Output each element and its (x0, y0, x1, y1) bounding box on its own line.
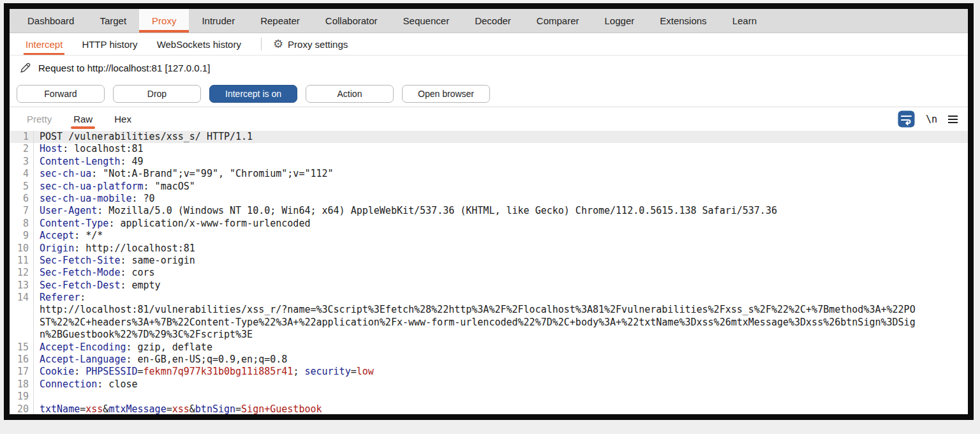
code-line-text: POST /vulnerabilities/xss_s/ HTTP/1.1 (34, 131, 253, 143)
code-line-text: Content-Type: application/x-www-form-url… (34, 218, 310, 230)
main-tab-extensions[interactable]: Extensions (647, 9, 719, 33)
burp-window: DashboardTargetProxyIntruderRepeaterColl… (4, 3, 974, 420)
code-line-9[interactable]: 9Accept: */* (10, 230, 968, 242)
code-line-text: sec-ch-ua-platform: "macOS" (34, 181, 195, 193)
main-tab-decoder[interactable]: Decoder (462, 9, 524, 33)
forward-button[interactable]: Forward (17, 85, 105, 103)
divider (261, 38, 262, 50)
sub-tab-websockets-history[interactable]: WebSockets history (147, 33, 251, 55)
raw-request-editor[interactable]: 1POST /vulnerabilities/xss_s/ HTTP/1.12H… (10, 131, 968, 415)
code-line-5[interactable]: 5sec-ch-ua-platform: "macOS" (10, 181, 968, 193)
code-line-text: sec-ch-ua-mobile: ?0 (34, 193, 155, 205)
code-line-10[interactable]: 10Origin: http://localhost:81 (10, 243, 968, 255)
main-tab-proxy[interactable]: Proxy (139, 9, 189, 33)
intercept-toolbar: ForwardDropIntercept is onActionOpen bro… (10, 80, 968, 107)
line-number: 14 (10, 292, 34, 304)
hamburger-menu-icon[interactable] (948, 116, 958, 123)
word-wrap-toggle-icon[interactable] (898, 110, 915, 128)
line-number: 18 (10, 378, 34, 391)
code-line-1[interactable]: 1POST /vulnerabilities/xss_s/ HTTP/1.1 (10, 131, 968, 143)
drop-button[interactable]: Drop (113, 85, 201, 103)
code-line-11[interactable]: 11Sec-Fetch-Site: same-origin (10, 255, 968, 267)
editor-icons: \n (898, 107, 958, 131)
main-tab-bar: DashboardTargetProxyIntruderRepeaterColl… (10, 9, 968, 33)
code-line-6[interactable]: 6sec-ch-ua-mobile: ?0 (10, 193, 968, 205)
line-number: 15 (10, 341, 34, 354)
code-line-text: Origin: http://localhost:81 (34, 243, 195, 255)
code-line-text: User-Agent: Mozilla/5.0 (Windows NT 10.0… (34, 205, 777, 217)
line-number: 6 (10, 193, 34, 205)
sub-tabs: InterceptHTTP historyWebSockets history (16, 33, 251, 55)
code-line-15[interactable]: 15Accept-Encoding: gzip, deflate (10, 341, 968, 354)
line-number: 2 (10, 143, 34, 155)
code-line-2[interactable]: 2Host: localhost:81 (10, 143, 968, 155)
line-number: 9 (10, 230, 34, 242)
code-line-16[interactable]: 16Accept-Language: en-GB,en-US;q=0.9,en;… (10, 354, 968, 366)
sub-tab-http-history[interactable]: HTTP history (72, 33, 147, 55)
request-banner-text: Request to http://localhost:81 [127.0.0.… (38, 63, 210, 73)
main-tab-dashboard[interactable]: Dashboard (15, 9, 87, 33)
line-number: 19 (10, 391, 34, 403)
code-line-4[interactable]: 4sec-ch-ua: "Not:A-Brand";v="99", "Chrom… (10, 168, 968, 180)
line-number: 10 (10, 243, 34, 255)
main-tab-intruder[interactable]: Intruder (189, 9, 248, 33)
code-line-text: Accept-Language: en-GB,en-US;q=0.9,en;q=… (34, 354, 287, 366)
code-line-7[interactable]: 7User-Agent: Mozilla/5.0 (Windows NT 10.… (10, 205, 968, 217)
code-line-text: Sec-Fetch-Dest: empty (34, 280, 161, 292)
code-line-text: Connection: close (34, 378, 138, 391)
editor-tab-raw[interactable]: Raw (63, 107, 103, 131)
line-number: 1 (10, 131, 34, 143)
proxy-sub-tab-bar: InterceptHTTP historyWebSockets history … (10, 33, 968, 56)
main-tab-collaborator[interactable]: Collaborator (313, 9, 390, 33)
code-line-17[interactable]: 17Cookie: PHPSESSID=fekmn7q977k31b0bg11i… (10, 366, 968, 378)
intercept-is-on-button[interactable]: Intercept is on (209, 85, 297, 103)
line-number: 12 (10, 267, 34, 279)
proxy-settings-button[interactable]: Proxy settings (288, 39, 348, 50)
code-line-3[interactable]: 3Content-Length: 49 (10, 156, 968, 168)
code-line-12[interactable]: 12Sec-Fetch-Mode: cors (10, 267, 968, 279)
action-button[interactable]: Action (306, 85, 394, 103)
pencil-icon (19, 62, 31, 74)
editor-tab-pretty[interactable]: Pretty (16, 107, 63, 131)
code-line-text: ST%22%2C+headers%3A+%7B%22Content-Type%2… (34, 317, 916, 329)
code-line-20[interactable]: 20txtName=xss&mtxMessage=xss&btnSign=Sig… (10, 403, 968, 415)
code-line-13[interactable]: 13Sec-Fetch-Dest: empty (10, 280, 968, 292)
editor-tabs: PrettyRawHex (16, 107, 142, 131)
line-number (10, 317, 34, 329)
main-tab-sequencer[interactable]: Sequencer (390, 9, 463, 33)
code-line-text (34, 391, 40, 403)
show-newlines-toggle[interactable]: \n (926, 114, 937, 125)
code-line-wrap[interactable]: n%2BGuestbook%22%7D%29%3C%2Fscript%3E (10, 329, 968, 341)
code-line-14[interactable]: 14Referer: (10, 292, 968, 304)
code-line-wrap[interactable]: http://localhost:81/vulnerabilities/xss_… (10, 304, 968, 316)
editor-tab-hex[interactable]: Hex (103, 107, 142, 131)
code-line-text: http://localhost:81/vulnerabilities/xss_… (34, 304, 916, 316)
main-tab-logger[interactable]: Logger (592, 9, 648, 33)
main-tab-repeater[interactable]: Repeater (248, 9, 313, 33)
code-line-19[interactable]: 19 (10, 391, 968, 403)
main-tab-target[interactable]: Target (87, 9, 139, 33)
code-line-text: Cookie: PHPSESSID=fekmn7q977k31b0bg11i88… (34, 366, 374, 378)
code-line-text: n%2BGuestbook%22%7D%29%3C%2Fscript%3E (34, 329, 253, 341)
main-tab-learn[interactable]: Learn (720, 9, 769, 33)
line-number: 17 (10, 366, 34, 378)
gear-icon[interactable]: ⚙ (273, 38, 283, 50)
line-number: 4 (10, 168, 34, 180)
code-line-18[interactable]: 18Connection: close (10, 378, 968, 391)
sub-tab-intercept[interactable]: Intercept (16, 33, 72, 55)
line-number: 8 (10, 218, 34, 230)
line-number: 5 (10, 181, 34, 193)
main-tab-comparer[interactable]: Comparer (524, 9, 592, 33)
code-line-text: txtName=xss&mtxMessage=xss&btnSign=Sign+… (34, 403, 322, 415)
code-line-text: Accept-Encoding: gzip, deflate (34, 341, 212, 354)
code-line-wrap[interactable]: ST%22%2C+headers%3A+%7B%22Content-Type%2… (10, 317, 968, 329)
code-line-8[interactable]: 8Content-Type: application/x-www-form-ur… (10, 218, 968, 230)
open-browser-button[interactable]: Open browser (402, 85, 490, 103)
request-banner: Request to http://localhost:81 [127.0.0.… (10, 56, 968, 80)
line-number: 20 (10, 403, 34, 415)
line-number: 13 (10, 280, 34, 292)
code-line-text: Accept: */* (34, 230, 103, 242)
line-number: 7 (10, 205, 34, 217)
code-line-text: Content-Length: 49 (34, 156, 144, 168)
code-line-text: Referer: (34, 292, 85, 304)
